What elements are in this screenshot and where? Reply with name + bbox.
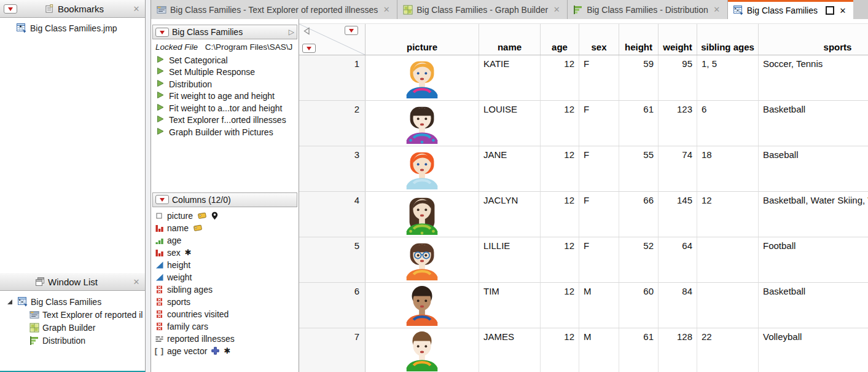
cell-sibling-ages[interactable]: 12: [697, 192, 759, 237]
cell-name[interactable]: KATIE: [479, 55, 541, 100]
tab-close-icon[interactable]: ✕: [552, 5, 561, 14]
cell-sports[interactable]: Football: [759, 237, 868, 282]
tab-close-icon[interactable]: ✕: [838, 6, 848, 15]
column-header-weight[interactable]: weight: [659, 24, 697, 55]
column-item-age-vector[interactable]: [ ]age vector✱: [155, 345, 299, 357]
tab-close-icon[interactable]: ✕: [381, 5, 391, 14]
row-number-cell[interactable]: 5: [299, 237, 366, 282]
cell-height[interactable]: 55: [619, 146, 659, 191]
cell-picture[interactable]: [366, 55, 479, 100]
table-script-set-multiple-response[interactable]: Set Multiple Response: [157, 66, 299, 79]
cell-name[interactable]: JAMES: [479, 328, 541, 372]
table-script-graph-builder-with-pictures[interactable]: Graph Builder with Pictures: [157, 126, 299, 138]
cell-sex[interactable]: F: [579, 146, 619, 191]
cell-age[interactable]: 12: [541, 237, 579, 282]
cell-name[interactable]: JANE: [479, 146, 541, 191]
cell-height[interactable]: 66: [619, 192, 659, 237]
cell-sibling-ages[interactable]: 6: [697, 101, 759, 146]
cell-sibling-ages[interactable]: [697, 237, 759, 282]
cell-sex[interactable]: F: [579, 237, 619, 282]
cell-height[interactable]: 60: [619, 283, 659, 328]
cell-weight[interactable]: 74: [659, 146, 697, 191]
row-number-cell[interactable]: 4: [299, 192, 366, 237]
cell-age[interactable]: 12: [541, 192, 579, 237]
column-item-weight[interactable]: weight: [155, 271, 299, 283]
column-header-sibling-ages[interactable]: sibling ages: [697, 24, 759, 55]
cell-weight[interactable]: 95: [659, 55, 697, 100]
column-item-reported-illnesses[interactable]: reported illnesses: [155, 333, 299, 345]
table-script-set-categorical[interactable]: Set Categorical: [157, 54, 299, 66]
columns-menu-button[interactable]: [155, 195, 169, 204]
bookmarks-menu-button[interactable]: [4, 4, 17, 14]
column-header-age[interactable]: age: [541, 24, 579, 55]
tab-big-class-families[interactable]: Big Class Families✕: [728, 0, 853, 19]
column-item-height[interactable]: height: [155, 259, 299, 271]
cell-height[interactable]: 59: [619, 55, 659, 100]
column-item-family-cars[interactable]: family cars: [155, 320, 299, 333]
cell-sports[interactable]: Basketball, Water Skiing, V: [759, 192, 868, 237]
column-item-age[interactable]: age: [155, 234, 299, 247]
cell-height[interactable]: 61: [619, 101, 659, 146]
cell-sibling-ages[interactable]: 22: [697, 328, 759, 372]
cell-weight[interactable]: 64: [659, 237, 697, 282]
row-number-cell[interactable]: 6: [299, 283, 366, 328]
cell-sibling-ages[interactable]: 1, 5: [697, 55, 759, 100]
window-list-item-distribution[interactable]: Distribution: [0, 334, 145, 347]
cell-age[interactable]: 12: [541, 101, 579, 146]
cell-picture[interactable]: [366, 237, 479, 282]
column-item-picture[interactable]: picture: [155, 210, 299, 222]
cell-picture[interactable]: [366, 101, 479, 146]
tab-close-icon[interactable]: ✕: [712, 5, 722, 14]
tab-big-class-families-text-explorer-of-reported-illnesses[interactable]: Big Class Families - Text Explorer of re…: [151, 0, 397, 19]
table-script-fit-weight-to-age-and-height[interactable]: Fit weight to age and height: [157, 90, 299, 103]
table-script-text-explorer-f-orted-illnesses[interactable]: Text Explorer f...orted illnesses: [157, 114, 299, 127]
hide-panel-icon[interactable]: [303, 26, 310, 37]
column-header-height[interactable]: height: [619, 24, 659, 55]
bookmark-item[interactable]: Big Class Families.jmp: [0, 18, 145, 33]
columns-corner-menu-button[interactable]: [345, 26, 358, 35]
row-number-cell[interactable]: 1: [299, 55, 366, 100]
cell-name[interactable]: LILLIE: [479, 237, 541, 282]
cell-sex[interactable]: F: [579, 192, 619, 237]
cell-sex[interactable]: F: [579, 55, 619, 100]
column-header-name[interactable]: name: [479, 24, 541, 55]
window-list-item-text-explorer-of-reported-il[interactable]: Text Explorer of reported il: [0, 308, 145, 321]
cell-picture[interactable]: [366, 146, 479, 191]
cell-name[interactable]: JACLYN: [479, 192, 541, 237]
window-list-item-big-class-families[interactable]: Big Class Families: [0, 291, 145, 308]
cell-height[interactable]: 52: [619, 237, 659, 282]
table-script-fit-weight-to-a-tor-and-height[interactable]: Fit weight to a...tor and height: [157, 102, 299, 114]
rows-corner-menu-button[interactable]: [302, 44, 316, 53]
cell-weight[interactable]: 145: [659, 192, 697, 237]
cell-height[interactable]: 61: [619, 328, 659, 372]
cell-picture[interactable]: [366, 283, 479, 328]
cell-age[interactable]: 12: [541, 328, 579, 372]
cell-name[interactable]: LOUISE: [479, 101, 541, 146]
table-menu-button[interactable]: [155, 28, 169, 37]
column-item-name[interactable]: name: [155, 222, 299, 234]
row-number-cell[interactable]: 2: [299, 101, 366, 146]
cell-age[interactable]: 12: [541, 55, 579, 100]
tree-expanded-icon[interactable]: [5, 297, 15, 307]
column-header-sports[interactable]: sports: [759, 24, 868, 55]
cell-age[interactable]: 12: [541, 146, 579, 191]
cell-sports[interactable]: Basketball: [759, 101, 868, 146]
bookmarks-close-icon[interactable]: ✕: [131, 4, 141, 14]
window-list-item-graph-builder[interactable]: Graph Builder: [0, 321, 145, 334]
column-item-sibling-ages[interactable]: sibling ages: [155, 283, 299, 296]
cell-sports[interactable]: Soccer, Tennis: [759, 55, 868, 100]
column-header-sex[interactable]: sex: [579, 24, 619, 55]
disclosure-right-icon[interactable]: ▷: [289, 28, 294, 36]
cell-sports[interactable]: Baseball: [759, 146, 868, 191]
cell-sex[interactable]: M: [579, 283, 619, 328]
cell-picture[interactable]: [366, 192, 479, 237]
row-number-cell[interactable]: 7: [299, 328, 366, 372]
cell-sports[interactable]: Volleyball: [759, 328, 868, 372]
cell-sex[interactable]: F: [579, 101, 619, 146]
tab-big-class-families-distribution[interactable]: Big Class Families - Distribution✕: [568, 0, 728, 19]
cell-name[interactable]: TIM: [479, 283, 541, 328]
tab-big-class-families-graph-builder[interactable]: Big Class Families - Graph Builder✕: [397, 0, 568, 19]
column-item-countries-visited[interactable]: countries visited: [155, 308, 299, 320]
row-number-cell[interactable]: 3: [299, 146, 366, 191]
dock-splitter[interactable]: [146, 0, 151, 372]
